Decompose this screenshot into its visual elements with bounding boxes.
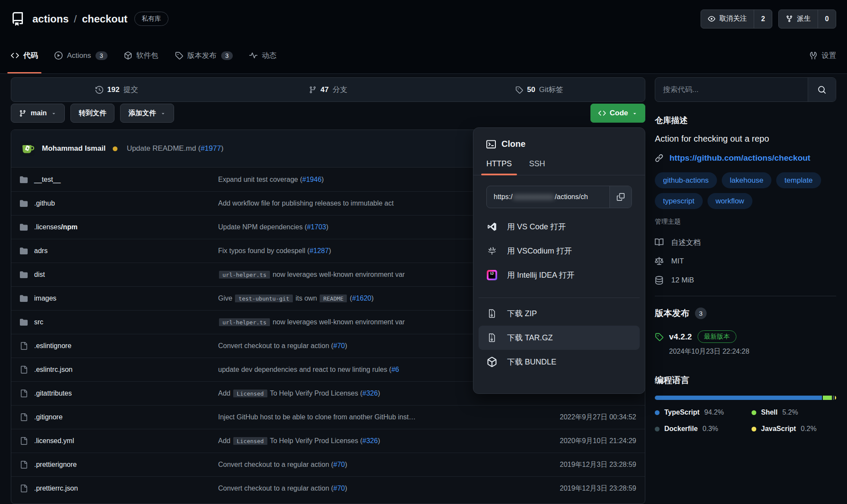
commits-stat[interactable]: 192 提交 (11, 85, 222, 95)
tab-https[interactable]: HTTPS (486, 159, 512, 175)
copy-url-button[interactable] (609, 186, 631, 208)
file-name-link[interactable]: src (34, 318, 43, 326)
commit-pr-link[interactable]: #1977 (200, 144, 221, 152)
file-name-link[interactable]: dist (34, 271, 45, 279)
download-targz-item[interactable]: 下载 TAR.GZ (479, 326, 640, 350)
file-name-cell[interactable]: .licensed.yml (20, 437, 218, 445)
tab-packages[interactable]: 软件包 (124, 38, 159, 73)
tab-packages-label: 软件包 (136, 51, 159, 60)
commit-status-dot[interactable] (113, 146, 117, 151)
commit-message-link[interactable]: Convert checkout to a regular action (#7… (218, 485, 553, 492)
file-name-link[interactable]: .eslintrc.json (34, 366, 73, 374)
tab-settings[interactable]: 设置 (809, 38, 836, 73)
add-file-label: 添加文件 (128, 109, 156, 118)
watchers-count[interactable]: 2 (754, 10, 772, 28)
branch-selector[interactable]: main (11, 104, 65, 123)
language-color-dot (655, 410, 660, 415)
readme-link[interactable]: 自述文档 (655, 233, 836, 252)
fork-button[interactable]: 派生 0 (778, 10, 836, 29)
file-name-link[interactable]: .github (34, 200, 55, 207)
commit-author[interactable]: Mohammad Ismail (42, 144, 105, 153)
unwatch-label-segment[interactable]: 取消关注 (701, 10, 754, 28)
manage-topics-link[interactable]: 管理主题 (655, 218, 836, 226)
topic-pill[interactable]: template (776, 172, 821, 188)
clone-title: Clone (501, 139, 526, 149)
fork-label-segment[interactable]: 派生 (779, 10, 818, 28)
file-name-link[interactable]: .licensed.yml (34, 437, 74, 445)
file-name-cell[interactable]: .prettierignore (20, 461, 218, 469)
repo-website-link[interactable]: https://github.com/actions/checkout (669, 153, 810, 163)
code-button-label: Code (610, 109, 628, 117)
tab-releases[interactable]: 版本发布 3 (175, 38, 233, 73)
commit-message-link[interactable]: Convert checkout to a regular action (#7… (218, 461, 553, 469)
add-file-button[interactable]: 添加文件 (120, 104, 174, 123)
tab-ssh[interactable]: SSH (529, 159, 545, 175)
file-icon (20, 485, 28, 492)
open-intellij-label: 用 Intellij IDEA 打开 (507, 270, 574, 280)
file-name-link[interactable]: adrs (34, 247, 48, 255)
languages-heading: 编程语言 (655, 374, 836, 386)
open-vscodium-item[interactable]: 用 VSCodium 打开 (479, 239, 640, 263)
actions-count-badge: 3 (95, 51, 108, 60)
forks-count[interactable]: 0 (818, 10, 836, 28)
file-name-link[interactable]: .prettierignore (34, 461, 77, 469)
download-bundle-item[interactable]: 下载 BUNDLE (479, 350, 640, 374)
file-name-cell[interactable]: __test__ (20, 176, 218, 184)
file-name-cell[interactable]: .eslintignore (20, 342, 218, 350)
file-name-link[interactable]: __test__ (34, 176, 60, 184)
file-name-link[interactable]: .gitattributes (34, 390, 72, 397)
license-link[interactable]: MIT (655, 252, 836, 271)
avatar[interactable] (20, 141, 35, 156)
releases-count-badge: 3 (695, 307, 707, 319)
commits-count: 192 (107, 86, 119, 94)
file-name-cell[interactable]: .gitignore (20, 413, 218, 421)
repo-website-row: https://github.com/actions/checkout (655, 153, 836, 163)
file-name-link[interactable]: .licenses/npm (34, 223, 77, 231)
goto-file-button[interactable]: 转到文件 (70, 104, 114, 123)
commit-message-link[interactable]: Add Licensed To Help Verify Prod License… (218, 437, 553, 445)
topic-pill[interactable]: workflow (707, 193, 752, 209)
file-name-link[interactable]: images (34, 295, 57, 302)
file-name-cell[interactable]: .gitattributes (20, 390, 218, 397)
repo-actions: 取消关注 2 派生 0 (701, 10, 836, 29)
code-download-button[interactable]: Code (590, 104, 646, 123)
file-name-cell[interactable]: .prettierrc.json (20, 485, 218, 492)
repo-name-link[interactable]: checkout (82, 13, 127, 25)
file-name-link[interactable]: .eslintignore (34, 342, 71, 350)
file-name-cell[interactable]: images (20, 295, 218, 302)
search-input[interactable] (655, 78, 808, 101)
tab-code[interactable]: 代码 (11, 38, 38, 73)
file-name-cell[interactable]: .eslintrc.json (20, 366, 218, 374)
open-intellij-item[interactable]: IJ 用 Intellij IDEA 打开 (479, 263, 640, 287)
clone-protocol-tabs: HTTPS SSH (473, 159, 645, 175)
file-name-cell[interactable]: .licenses/npm (20, 223, 218, 231)
clone-url-input[interactable]: https:/xxxxxxxxxxxx/actions/ch (487, 186, 609, 208)
tab-actions[interactable]: Actions 3 (54, 38, 108, 73)
file-toolbar: main 转到文件 添加文件 Code (11, 104, 645, 123)
open-vscode-item[interactable]: 用 VS Code 打开 (479, 215, 640, 239)
file-name-link[interactable]: .gitignore (34, 413, 63, 421)
bundle-cube-icon (486, 356, 498, 368)
branches-stat[interactable]: 47 分支 (222, 85, 434, 95)
search-button[interactable] (808, 78, 836, 101)
language-percent: 0.2% (801, 425, 816, 433)
file-name-cell[interactable]: dist (20, 271, 218, 279)
topic-pill[interactable]: github-actions (655, 172, 717, 188)
branch-icon (309, 86, 317, 94)
branches-label: 分支 (333, 85, 347, 95)
file-name-cell[interactable]: adrs (20, 247, 218, 255)
download-zip-item[interactable]: 下载 ZIP (479, 301, 640, 326)
file-name-cell[interactable]: .github (20, 200, 218, 207)
tab-activity[interactable]: 动态 (249, 38, 276, 73)
tags-stat[interactable]: 50 Git标签 (434, 85, 645, 95)
release-version-link[interactable]: v4.2.2 (669, 332, 692, 342)
commit-message[interactable]: Update README.md (#1977) (127, 144, 223, 153)
topic-pill[interactable]: typescript (655, 193, 703, 209)
file-name-link[interactable]: .prettierrc.json (34, 485, 78, 492)
unwatch-button[interactable]: 取消关注 2 (701, 10, 772, 29)
repo-owner-link[interactable]: actions (32, 13, 69, 25)
repo-tabbar: 代码 Actions 3 软件包 版本发布 3 动态 设置 (0, 38, 847, 74)
topic-pill[interactable]: lakehouse (722, 172, 772, 188)
file-name-cell[interactable]: src (20, 318, 218, 326)
commit-message-link[interactable]: Inject GitHub host to be able to clone f… (218, 413, 553, 421)
